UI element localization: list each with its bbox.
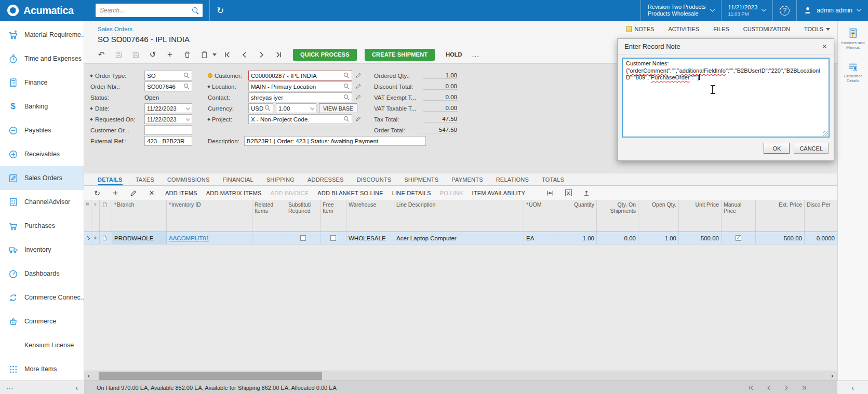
currency-code-field[interactable]: USD xyxy=(248,103,273,113)
tab-taxes[interactable]: TAXES xyxy=(136,176,154,185)
row-note-icon[interactable] xyxy=(100,232,112,244)
sidebar-item-channeladvisor[interactable]: ChannelAdvisor xyxy=(0,190,84,214)
side-panel-customer-details[interactable]: Customer Details xyxy=(839,61,866,83)
edit-project-icon[interactable] xyxy=(355,116,362,123)
tab-addresses[interactable]: ADDRESSES xyxy=(308,176,344,185)
edit-location-icon[interactable] xyxy=(355,83,362,90)
contact-field[interactable]: shreyas iyer xyxy=(248,92,352,102)
order-type-field[interactable]: SO xyxy=(144,71,192,80)
record-note-textarea[interactable]: Customer Notes: {"orderComment":"","addi… xyxy=(622,58,830,138)
cell-open-qty[interactable]: 1.00 xyxy=(638,232,679,244)
search-input[interactable] xyxy=(96,4,203,17)
search-icon[interactable] xyxy=(192,7,199,14)
tab-discounts[interactable]: DISCOUNTS xyxy=(357,176,392,185)
external-ref-field[interactable]: 423 - B2B23R xyxy=(144,136,192,146)
column-header-qty-on-shipments[interactable]: Qty. On Shipments xyxy=(597,200,638,232)
toolbar-more-button[interactable]: ... xyxy=(472,50,479,59)
cell-inventory-id[interactable]: AACOMPUT01 xyxy=(167,232,252,244)
delete-row-icon[interactable] xyxy=(147,188,156,198)
edit-contact-icon[interactable] xyxy=(355,94,362,101)
column-header-ext-price[interactable]: Ext. Price xyxy=(756,200,805,232)
save-and-close-button[interactable] xyxy=(112,48,125,61)
cell-related-items[interactable] xyxy=(252,232,286,244)
requested-on-field[interactable]: 11/22/2023 xyxy=(144,114,192,124)
sidebar-item-material-requirements[interactable]: Material Requireme... xyxy=(0,23,84,47)
sidebar-item-sales-orders[interactable]: Sales Orders xyxy=(0,166,84,190)
sidebar-more-icon[interactable]: ⋯ xyxy=(6,384,14,392)
column-header-substitution-required[interactable]: Substituti Required xyxy=(286,200,321,232)
previous-page-icon[interactable] xyxy=(766,385,772,391)
add-row-icon[interactable] xyxy=(111,188,120,198)
table-row[interactable]: PRODWHOLE AACOMPUT01 WHOLESALE Acer Lapt… xyxy=(84,232,837,244)
column-header-line-description[interactable]: Line Description xyxy=(394,200,524,232)
row-attachment-icon[interactable] xyxy=(91,232,100,244)
company-selector[interactable]: Revision Two Products Products Wholesale xyxy=(648,4,714,17)
cell-free-item[interactable] xyxy=(321,232,346,244)
column-header-discount-percent[interactable]: Disco Per xyxy=(805,200,837,232)
create-shipment-button[interactable]: CREATE SHIPMENT xyxy=(365,49,435,61)
chevron-down-icon[interactable] xyxy=(310,105,314,110)
business-date-selector[interactable]: 11/21/2023 11:03 PM xyxy=(728,4,766,17)
lookup-icon[interactable] xyxy=(344,116,350,122)
customer-order-field[interactable] xyxy=(144,125,192,135)
sidebar-item-commerce-connectors[interactable]: Commerce Connec... xyxy=(0,286,84,309)
sidebar-item-receivables[interactable]: Receivables xyxy=(0,142,84,166)
copy-paste-menu[interactable] xyxy=(197,48,217,61)
last-page-icon[interactable] xyxy=(801,385,807,391)
cell-quantity[interactable]: 1.00 xyxy=(556,232,597,244)
upload-icon[interactable] xyxy=(582,189,591,197)
next-page-icon[interactable] xyxy=(783,385,790,391)
checkbox-checked[interactable] xyxy=(736,235,741,241)
save-button[interactable] xyxy=(129,48,142,61)
column-header-inventory-id[interactable]: Inventory ID xyxy=(167,200,252,232)
go-last-record-button[interactable] xyxy=(272,48,285,61)
cell-unit-price[interactable]: 500.00 xyxy=(679,232,722,244)
go-previous-record-button[interactable] xyxy=(237,48,251,61)
sidebar-item-purchases[interactable]: Purchases xyxy=(0,214,84,238)
tab-relations[interactable]: RELATIONS xyxy=(496,176,529,185)
chevron-down-icon[interactable] xyxy=(186,116,190,120)
go-first-record-button[interactable] xyxy=(220,48,234,61)
tab-totals[interactable]: TOTALS xyxy=(542,176,564,185)
description-field[interactable]: B2B23R1 | Order: 423 | Status: Awaiting … xyxy=(244,136,426,146)
add-matrix-items-button[interactable]: ADD MATRIX ITEMS xyxy=(206,190,262,196)
close-icon[interactable]: × xyxy=(822,43,827,51)
sidebar-collapse-icon[interactable]: ‹ xyxy=(75,384,78,392)
undo-button[interactable] xyxy=(146,48,159,61)
scroll-left-icon[interactable]: ‹ xyxy=(88,372,90,379)
scrollbar-thumb[interactable] xyxy=(99,372,322,380)
user-menu[interactable]: admin admin xyxy=(804,6,861,15)
files-link[interactable]: FILES xyxy=(713,26,729,32)
tab-commissions[interactable]: COMMISSIONS xyxy=(167,176,210,185)
add-items-button[interactable]: ADD ITEMS xyxy=(165,190,197,196)
insert-record-button[interactable] xyxy=(163,48,177,61)
horizontal-scrollbar[interactable]: ‹ › xyxy=(84,371,837,381)
lookup-icon[interactable] xyxy=(344,84,350,89)
column-header-manual-price[interactable]: Manual Price xyxy=(722,200,756,232)
sidebar-item-commerce[interactable]: Commerce xyxy=(0,309,84,333)
business-date-refresh-icon[interactable]: ↻ xyxy=(217,6,224,15)
view-base-button[interactable]: VIEW BASE xyxy=(319,103,357,113)
quick-process-button[interactable]: QUICK PROCESS xyxy=(293,49,357,61)
go-next-record-button[interactable] xyxy=(255,48,268,61)
cell-uom[interactable]: EA xyxy=(524,232,556,244)
cancel-button[interactable]: CANCEL xyxy=(794,143,829,154)
add-blanket-so-line-button[interactable]: ADD BLANKET SO LINE xyxy=(317,190,383,196)
acumatica-logo[interactable]: Acumatica xyxy=(0,5,88,17)
side-panel-collapse-icon[interactable]: ‹ xyxy=(851,384,854,392)
row-expander[interactable] xyxy=(84,232,91,244)
refresh-grid-icon[interactable] xyxy=(92,189,102,197)
sidebar-item-banking[interactable]: $ Banking xyxy=(0,94,84,118)
sidebar-item-more-items[interactable]: More Items xyxy=(0,357,84,381)
export-to-excel-icon[interactable] xyxy=(564,189,573,196)
cancel-back-button[interactable] xyxy=(95,48,108,61)
item-availability-button[interactable]: ITEM AVAILABILITY xyxy=(472,190,526,196)
column-header-free-item[interactable]: Free Item xyxy=(321,200,346,232)
chevron-down-icon[interactable] xyxy=(186,105,190,110)
column-header-uom[interactable]: UOM xyxy=(524,200,556,232)
ok-button[interactable]: OK xyxy=(764,143,790,154)
cell-ext-price[interactable]: 500.00 xyxy=(756,232,805,244)
cell-branch[interactable]: PRODWHOLE xyxy=(112,232,167,244)
tab-financial[interactable]: FINANCIAL xyxy=(223,176,253,185)
fit-to-screen-icon[interactable] xyxy=(545,189,555,197)
